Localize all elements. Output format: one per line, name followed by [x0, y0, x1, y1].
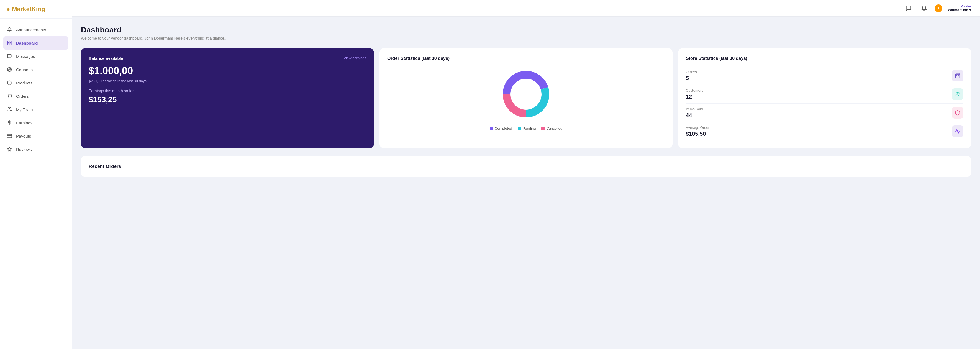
stat-row-items-sold: Items Sold 44 — [686, 104, 963, 122]
legend-pending: Pending — [518, 126, 536, 131]
chart-legend: Completed Pending Cancelled — [490, 126, 562, 131]
stat-label-orders: Orders — [686, 70, 697, 74]
reviews-icon — [6, 147, 12, 152]
orders-icon — [6, 93, 12, 99]
crown-icon: ♛ — [6, 8, 10, 12]
svg-marker-11 — [8, 147, 12, 151]
completed-label: Completed — [495, 126, 512, 131]
stat-info-orders: Orders 5 — [686, 70, 697, 81]
main-area: a Vendor Walmart Inc ▾ Dashboard Welcome… — [72, 0, 980, 349]
logo-area: ♛ MarketKing — [0, 0, 72, 19]
legend-cancelled: Cancelled — [541, 126, 562, 131]
balance-card: Balance available View earnings $1.000,0… — [81, 48, 374, 148]
recent-orders-section: Recent Orders — [81, 156, 971, 177]
svg-point-5 — [9, 98, 9, 98]
announcements-icon — [6, 27, 12, 32]
svg-rect-0 — [8, 41, 9, 42]
stat-row-avg-order: Average Order $105,50 — [686, 122, 963, 140]
stat-row-customers: Customers 12 — [686, 85, 963, 104]
sidebar-item-label: Payouts — [16, 134, 31, 139]
sidebar: ♛ MarketKing Announcements Dashboard Mes… — [0, 0, 72, 349]
sidebar-item-coupons[interactable]: Coupons — [0, 63, 72, 76]
logo-brand: Market — [12, 6, 32, 13]
page-subtitle: Welcome to your vendor dashboard, John D… — [81, 36, 971, 40]
payouts-icon — [6, 133, 12, 139]
nav-items: Announcements Dashboard Messages Coupons… — [0, 19, 72, 349]
sidebar-item-label: Orders — [16, 94, 29, 99]
sidebar-item-my-team[interactable]: My Team — [0, 103, 72, 116]
stat-label-customers: Customers — [686, 88, 703, 92]
earnings-icon — [6, 120, 12, 126]
svg-rect-3 — [10, 43, 11, 45]
balance-label: Balance available — [89, 56, 123, 61]
sidebar-item-label: Messages — [16, 54, 35, 59]
stat-value-orders: 5 — [686, 75, 697, 81]
stat-label-items-sold: Items Sold — [686, 107, 703, 111]
sidebar-item-label: Earnings — [16, 121, 32, 125]
svg-point-7 — [8, 107, 10, 109]
month-label: Earnings this month so far — [89, 89, 366, 93]
orders-icon — [952, 70, 963, 81]
order-stats-title: Order Statistics (last 30 days) — [387, 56, 665, 61]
sidebar-item-messages[interactable]: Messages — [0, 49, 72, 63]
recent-orders-title: Recent Orders — [89, 164, 963, 169]
sidebar-item-products[interactable]: Products — [0, 76, 72, 89]
my-team-icon — [6, 107, 12, 112]
chevron-down-icon: ▾ — [969, 8, 971, 12]
legend-completed: Completed — [490, 126, 512, 131]
sidebar-item-dashboard[interactable]: Dashboard — [3, 36, 68, 49]
svg-rect-9 — [7, 134, 12, 138]
items-sold-icon — [952, 107, 963, 118]
products-icon — [6, 80, 12, 86]
stat-value-avg-order: $105,50 — [686, 131, 710, 137]
amazon-icon: a — [935, 5, 942, 12]
svg-rect-1 — [10, 41, 11, 42]
stat-info-customers: Customers 12 — [686, 88, 703, 100]
sidebar-item-label: Announcements — [16, 27, 46, 32]
sidebar-item-label: Products — [16, 81, 32, 85]
logo-highlight: King — [32, 6, 45, 13]
chat-icon[interactable] — [904, 3, 913, 13]
svg-rect-2 — [8, 43, 9, 45]
sidebar-item-label: Reviews — [16, 147, 32, 152]
order-stats-card: Order Statistics (last 30 days) — [379, 48, 673, 148]
sidebar-item-label: Dashboard — [16, 41, 38, 45]
header: a Vendor Walmart Inc ▾ — [72, 0, 980, 17]
donut-container: Completed Pending Cancelled — [387, 67, 665, 131]
page-title: Dashboard — [81, 25, 971, 34]
sidebar-item-announcements[interactable]: Announcements — [0, 23, 72, 36]
sidebar-item-earnings[interactable]: Earnings — [0, 116, 72, 129]
store-stats-title: Store Statistics (last 30 days) — [686, 56, 963, 61]
view-earnings-link[interactable]: View earnings — [344, 56, 366, 60]
stat-label-avg-order: Average Order — [686, 126, 710, 130]
stat-info-avg-order: Average Order $105,50 — [686, 126, 710, 137]
stat-row-orders: Orders 5 — [686, 67, 963, 85]
pending-dot — [518, 127, 521, 130]
month-amount: $153,25 — [89, 95, 366, 104]
sidebar-item-label: Coupons — [16, 67, 33, 72]
content-area: Dashboard Welcome to your vendor dashboa… — [72, 17, 980, 349]
completed-dot — [490, 127, 493, 130]
balance-amount: $1.000,00 — [89, 65, 366, 77]
sidebar-item-label: My Team — [16, 107, 33, 112]
sidebar-item-payouts[interactable]: Payouts — [0, 129, 72, 143]
svg-point-17 — [956, 92, 958, 94]
stat-info-items-sold: Items Sold 44 — [686, 107, 703, 118]
sidebar-item-reviews[interactable]: Reviews — [0, 143, 72, 156]
stat-value-customers: 12 — [686, 94, 703, 100]
cards-row: Balance available View earnings $1.000,0… — [81, 48, 971, 148]
sidebar-item-orders[interactable]: Orders — [0, 89, 72, 103]
pending-label: Pending — [523, 126, 536, 131]
coupons-icon — [6, 67, 12, 72]
stat-value-items-sold: 44 — [686, 112, 703, 118]
svg-point-6 — [11, 98, 11, 98]
dashboard-icon — [6, 40, 12, 46]
cancelled-dot — [541, 127, 544, 130]
vendor-info[interactable]: Vendor Walmart Inc ▾ — [948, 5, 971, 12]
avg-order-icon — [952, 126, 963, 137]
vendor-label: Vendor — [948, 5, 971, 8]
cancelled-label: Cancelled — [546, 126, 562, 131]
bell-icon[interactable] — [919, 3, 929, 13]
customers-icon — [952, 88, 963, 100]
logo: ♛ MarketKing — [6, 6, 65, 13]
